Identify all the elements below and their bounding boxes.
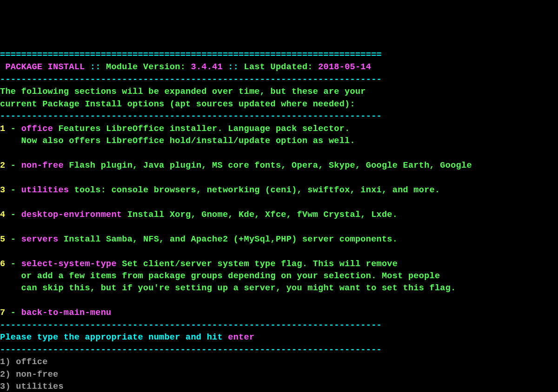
opt-4-desc1: Install Xorg, Gnome, Kde, Xfce, fVwm Cry…	[122, 210, 398, 220]
intro-line-2: current Package Install options (apt sou…	[0, 99, 355, 109]
opt-6-desc1: Set client/server system type flag. This…	[117, 259, 398, 269]
opt-1-dash: -	[5, 124, 21, 134]
rule-dash-3: ----------------------------------------…	[0, 320, 382, 330]
opt-4-key[interactable]: desktop-environment	[21, 210, 122, 220]
opt-6-num[interactable]: 6	[0, 259, 5, 269]
opt-5-dash: -	[5, 235, 21, 244]
menu-1-label[interactable]: office	[16, 357, 47, 367]
menu-3-num[interactable]: 3)	[0, 382, 16, 392]
opt-7-num[interactable]: 7	[0, 308, 5, 318]
opt-6-desc3: can skip this, but if you're setting up …	[0, 283, 456, 293]
opt-3-key[interactable]: utilities	[21, 185, 69, 195]
sep2: ::	[223, 62, 244, 72]
rule-dash-4: ----------------------------------------…	[0, 345, 382, 355]
module-version-label: Module Version:	[106, 62, 186, 72]
menu-2-label[interactable]: non-free	[16, 370, 58, 379]
opt-4-dash: -	[5, 210, 21, 220]
opt-6-desc2: or add a few items from package groups d…	[0, 271, 440, 281]
menu-3-label[interactable]: utilities	[16, 382, 64, 392]
header-leading-space	[0, 62, 5, 72]
prompt-keyword: enter	[228, 333, 254, 342]
opt-7-dash: -	[5, 308, 21, 318]
intro-line-1: The following sections will be expanded …	[0, 87, 366, 97]
opt-2-desc1: Flash plugin, Java plugin, MS core fonts…	[64, 161, 472, 170]
opt-2-key[interactable]: non-free	[21, 161, 64, 170]
opt-6-key[interactable]: select-system-type	[21, 259, 117, 269]
opt-1-num[interactable]: 1	[0, 124, 5, 134]
menu-1-num[interactable]: 1)	[0, 357, 16, 367]
opt-3-num[interactable]: 3	[0, 185, 5, 195]
rule-top: ========================================…	[0, 50, 382, 60]
opt-1-key[interactable]: office	[21, 124, 53, 134]
prompt-text: Please type the appropriate number and h…	[0, 333, 228, 342]
opt-7-key[interactable]: back-to-main-menu	[21, 308, 112, 318]
opt-5-num[interactable]: 5	[0, 235, 5, 244]
page-title: PACKAGE INSTALL	[5, 62, 85, 72]
opt-3-desc1: tools: console browsers, networking (cen…	[69, 185, 440, 195]
menu-2-num[interactable]: 2)	[0, 370, 16, 379]
opt-2-num[interactable]: 2	[0, 161, 5, 170]
opt-2-dash: -	[5, 161, 21, 170]
opt-1-desc2: Now also offers LibreOffice hold/install…	[0, 136, 355, 146]
last-updated-label: Last Updated:	[244, 62, 313, 72]
module-version-value: 3.4.41	[191, 62, 222, 72]
opt-1-desc1: Features LibreOffice installer. Language…	[53, 124, 350, 134]
sep1: ::	[85, 62, 106, 72]
opt-5-key[interactable]: servers	[21, 235, 59, 244]
opt-4-num[interactable]: 4	[0, 210, 5, 220]
rule-dash-1: ----------------------------------------…	[0, 75, 382, 85]
rule-dash-2: ----------------------------------------…	[0, 111, 382, 121]
spc2	[313, 62, 318, 72]
opt-6-dash: -	[5, 259, 21, 269]
last-updated-value: 2018-05-14	[318, 62, 371, 72]
opt-3-dash: -	[5, 185, 21, 195]
opt-5-desc1: Install Samba, NFS, and Apache2 (+MySql,…	[58, 235, 398, 244]
spc	[186, 62, 191, 72]
